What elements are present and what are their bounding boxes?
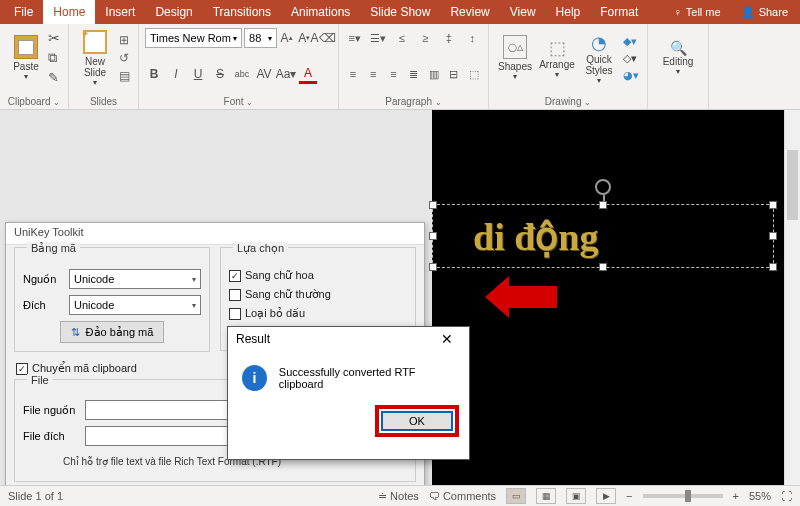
remove-accent-checkbox[interactable]: Loại bỏ dấu: [229, 307, 407, 320]
language-status[interactable]: [77, 490, 80, 502]
strikethrough-button[interactable]: S: [211, 64, 229, 84]
notes-button[interactable]: ≐ Notes: [378, 490, 419, 503]
smartart-button[interactable]: ⬚: [466, 64, 482, 84]
slide-text: di động: [433, 205, 773, 259]
layout-icon[interactable]: [119, 33, 130, 47]
bullets-button[interactable]: ≡▾: [345, 28, 365, 48]
text-shadow-button[interactable]: abc: [233, 64, 251, 84]
info-icon: i: [242, 365, 267, 391]
numbering-button[interactable]: ☰▾: [369, 28, 389, 48]
reading-view-button[interactable]: ▣: [566, 488, 586, 504]
tab-design[interactable]: Design: [145, 0, 202, 24]
slideshow-view-button[interactable]: ▶: [596, 488, 616, 504]
zoom-slider[interactable]: [643, 494, 723, 498]
tab-review[interactable]: Review: [440, 0, 499, 24]
paste-button[interactable]: Paste▾: [6, 28, 46, 88]
char-spacing-button[interactable]: AV: [255, 64, 273, 84]
normal-view-button[interactable]: ▭: [506, 488, 526, 504]
font-color-button[interactable]: A: [299, 64, 317, 84]
change-case-button[interactable]: Aa▾: [277, 64, 295, 84]
editing-button[interactable]: Editing▾: [658, 28, 698, 88]
ok-button[interactable]: OK: [381, 411, 453, 431]
shapes-button[interactable]: Shapes▾: [495, 28, 535, 88]
sorter-view-button[interactable]: ▦: [536, 488, 556, 504]
shape-fill-icon[interactable]: ◆▾: [623, 35, 639, 48]
tab-home[interactable]: Home: [43, 0, 95, 24]
lowercase-checkbox[interactable]: Sang chữ thường: [229, 288, 407, 301]
vertical-scrollbar[interactable]: [784, 110, 800, 485]
group-drawing: Shapes▾ Arrange▾ Quick Styles▾ ◆▾ ◇▾ ◕▾ …: [489, 24, 648, 109]
quick-styles-button[interactable]: Quick Styles▾: [579, 28, 619, 88]
scrollbar-thumb[interactable]: [787, 150, 798, 220]
fit-to-window-button[interactable]: ⛶: [781, 490, 792, 502]
section-icon[interactable]: [119, 69, 130, 83]
close-icon[interactable]: ✕: [431, 329, 463, 349]
tab-slideshow[interactable]: Slide Show: [360, 0, 440, 24]
resize-handle[interactable]: [769, 201, 777, 209]
tab-help[interactable]: Help: [546, 0, 591, 24]
decrease-indent-button[interactable]: ≤: [392, 28, 412, 48]
clipboard-icon: [14, 35, 38, 59]
source-encoding-combo[interactable]: Unicode▾: [69, 269, 201, 289]
tab-format[interactable]: Format: [590, 0, 648, 24]
rotate-handle-icon[interactable]: [595, 179, 611, 195]
tab-file[interactable]: File: [4, 0, 43, 24]
group-label-slides: Slides: [75, 94, 132, 107]
shape-effects-icon[interactable]: ◕▾: [623, 69, 639, 82]
bold-button[interactable]: B: [145, 64, 163, 84]
tab-insert[interactable]: Insert: [95, 0, 145, 24]
justify-button[interactable]: ≣: [405, 64, 421, 84]
cut-icon[interactable]: [48, 30, 60, 46]
nguon-label: Nguồn: [23, 273, 63, 286]
format-painter-icon[interactable]: [48, 70, 60, 85]
zoom-level[interactable]: 55%: [749, 490, 771, 502]
grow-font-button[interactable]: A▴: [279, 28, 295, 48]
resize-handle[interactable]: [429, 232, 437, 240]
shapes-icon: [503, 35, 527, 59]
shape-outline-icon[interactable]: ◇▾: [623, 52, 639, 65]
swap-encoding-button[interactable]: ⇅Đảo bảng mã: [60, 321, 165, 343]
zoom-handle[interactable]: [685, 490, 691, 502]
align-left-button[interactable]: ≡: [345, 64, 361, 84]
resize-handle[interactable]: [429, 263, 437, 271]
italic-button[interactable]: I: [167, 64, 185, 84]
resize-handle[interactable]: [769, 232, 777, 240]
zoom-in-button[interactable]: +: [733, 490, 739, 502]
tab-animations[interactable]: Animations: [281, 0, 360, 24]
group-label-paragraph: Paragraph ⌄: [345, 94, 482, 107]
find-icon: [670, 40, 687, 56]
uppercase-checkbox[interactable]: ✓Sang chữ hoa: [229, 269, 407, 282]
text-direction-button[interactable]: ↕: [463, 28, 483, 48]
zoom-out-button[interactable]: −: [626, 490, 632, 502]
columns-button[interactable]: ▥: [426, 64, 442, 84]
dest-encoding-combo[interactable]: Unicode▾: [69, 295, 201, 315]
reset-icon[interactable]: [119, 51, 130, 65]
tell-me[interactable]: ♀Tell me: [666, 6, 729, 18]
new-slide-icon: [83, 30, 107, 54]
underline-button[interactable]: U: [189, 64, 207, 84]
selected-textbox[interactable]: di động: [432, 204, 774, 268]
line-spacing-button[interactable]: ‡: [439, 28, 459, 48]
font-name-combo[interactable]: Times New Rom▾: [145, 28, 242, 48]
group-label-drawing: Drawing ⌄: [495, 94, 641, 107]
arrange-button[interactable]: Arrange▾: [537, 28, 577, 88]
tab-transitions[interactable]: Transitions: [203, 0, 281, 24]
clear-formatting-button[interactable]: A⌫: [314, 28, 332, 48]
quick-styles-icon: [591, 32, 607, 54]
file-dest-label: File đích: [23, 430, 79, 442]
align-text-button[interactable]: ⊟: [446, 64, 462, 84]
resize-handle[interactable]: [599, 201, 607, 209]
align-center-button[interactable]: ≡: [365, 64, 381, 84]
resize-handle[interactable]: [599, 263, 607, 271]
file-group-label: File: [27, 374, 53, 386]
increase-indent-button[interactable]: ≥: [416, 28, 436, 48]
tab-view[interactable]: View: [500, 0, 546, 24]
font-size-combo[interactable]: 88▾: [244, 28, 277, 48]
copy-icon[interactable]: [48, 50, 60, 66]
new-slide-button[interactable]: New Slide▾: [75, 28, 115, 88]
comments-button[interactable]: 🗨 Comments: [429, 490, 496, 502]
align-right-button[interactable]: ≡: [385, 64, 401, 84]
resize-handle[interactable]: [429, 201, 437, 209]
resize-handle[interactable]: [769, 263, 777, 271]
share-button[interactable]: 👤Share: [733, 6, 796, 19]
